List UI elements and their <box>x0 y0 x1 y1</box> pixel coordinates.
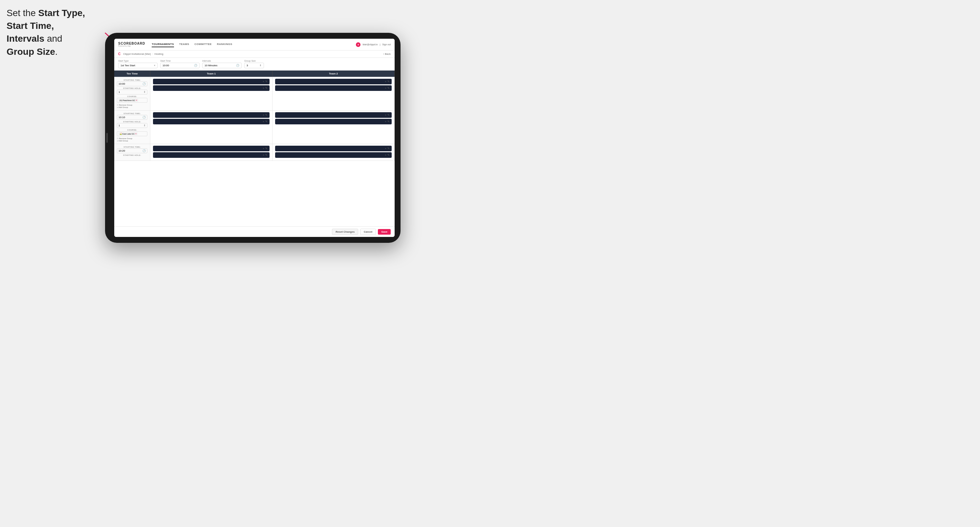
instruction-text: Set the Start Type, Start Time, Interval… <box>6 6 102 58</box>
player-x-btn[interactable]: × <box>385 147 387 150</box>
starting-hole-label-3: STARTING HOLE: <box>117 154 147 156</box>
player-x-btn[interactable]: × <box>262 80 264 83</box>
reset-changes-button[interactable]: Reset Changes <box>332 229 358 235</box>
starting-hole-input-2[interactable]: 1 ⬍ <box>117 123 147 128</box>
nav-user: B blair@clippd.io | Sign out <box>356 42 391 47</box>
nav-tab-rankings[interactable]: RANKINGS <box>217 42 232 47</box>
player-x-btn[interactable]: × <box>262 114 264 116</box>
starting-time-label-1: STARTING TIME: <box>117 79 147 81</box>
player-edit-btn[interactable]: ✎ <box>265 80 267 83</box>
instruction-line3-normal: and <box>45 33 62 44</box>
player-x-btn[interactable]: × <box>385 120 387 123</box>
instruction-line3-bold: Intervals <box>6 33 45 44</box>
player-x-btn[interactable]: × <box>262 147 264 150</box>
course-tag-text-1: (A) Peachtree GC <box>119 99 135 102</box>
controls-row: Start Type 1st Tee Start ▾ Start Time 10… <box>114 58 395 71</box>
nav-tab-tournaments[interactable]: TOURNAMENTS <box>152 42 174 47</box>
nav-separator: | <box>380 43 380 46</box>
instruction-line4-suffix: . <box>55 47 58 57</box>
player-controls: × ✎ <box>262 87 267 90</box>
player-edit-btn[interactable]: ✎ <box>387 147 390 150</box>
group-left-1: STARTING TIME: 10:00 🕐 STARTING HOLE: 1 … <box>114 77 150 110</box>
player-row: × ✎ <box>275 79 392 84</box>
player-controls: × ✎ <box>385 80 390 83</box>
start-time-label: Start Time <box>160 60 200 62</box>
player-edit-btn[interactable]: ✎ <box>387 154 390 157</box>
add-group-2[interactable]: + Add Group <box>117 140 147 142</box>
player-x-btn[interactable]: × <box>262 87 264 90</box>
player-row: × ✎ <box>153 152 270 158</box>
group-size-value: 3 <box>247 64 248 67</box>
nav-bar: SCOREBOARD Powered by clipp TOURNAMENTS … <box>114 39 395 51</box>
cancel-button[interactable]: Cancel <box>360 229 376 235</box>
player-x-btn[interactable]: × <box>385 87 387 90</box>
start-type-label: Start Type <box>118 60 158 62</box>
back-button[interactable]: Back <box>383 52 391 56</box>
player-edit-btn[interactable]: ✎ <box>265 114 267 116</box>
group-size-select[interactable]: 3 ⬍ <box>244 63 264 68</box>
start-time-value: 10:00 <box>162 64 169 67</box>
remove-group-1[interactable]: ○ Remove Group <box>117 104 147 106</box>
player-edit-btn[interactable]: ✎ <box>387 87 390 90</box>
course-tag-1: (A) Peachtree GC × <box>119 99 138 102</box>
player-controls: × ✎ <box>262 120 267 123</box>
start-time-select[interactable]: 10:00 🕐 <box>160 63 200 68</box>
starting-time-input-1[interactable]: 10:00 🕐 <box>117 81 147 86</box>
th-tee-time: Tee Time <box>114 71 150 77</box>
player-row: × ✎ <box>275 85 392 91</box>
player-controls: × ✎ <box>385 120 390 123</box>
player-edit-btn[interactable]: ✎ <box>265 120 267 123</box>
intervals-group: Intervals 10 Minutes 🕐 <box>202 60 242 68</box>
player-x-btn[interactable]: × <box>262 154 264 157</box>
start-type-group: Start Type 1st Tee Start ▾ <box>118 60 158 68</box>
course-remove-1[interactable]: × <box>136 99 137 102</box>
starting-time-input-2[interactable]: 10:10 🕐 <box>117 115 147 120</box>
main-content[interactable]: STARTING TIME: 10:00 🕐 STARTING HOLE: 1 … <box>114 77 395 226</box>
player-x-btn[interactable]: × <box>385 80 387 83</box>
start-type-chevron: ▾ <box>154 64 155 67</box>
starting-time-value-3: 10:20 <box>119 149 125 152</box>
add-group-1[interactable]: + Add Group <box>117 106 147 108</box>
sign-out-link[interactable]: Sign out <box>382 43 391 46</box>
player-x-btn[interactable]: × <box>385 154 387 157</box>
team2-cell-2: × ✎ × ✎ <box>272 111 395 144</box>
save-button[interactable]: Save <box>378 229 391 235</box>
player-controls: × ✎ <box>262 154 267 157</box>
breadcrumb-section: Hosting <box>154 52 163 56</box>
starting-time-input-3[interactable]: 10:20 🕐 <box>117 148 147 153</box>
nav-tab-teams[interactable]: TEAMS <box>179 42 189 47</box>
start-type-select[interactable]: 1st Tee Start ▾ <box>118 63 158 68</box>
clock-icon: 🕐 <box>194 64 197 67</box>
starting-time-label-3: STARTING TIME: <box>117 146 147 148</box>
player-x-btn[interactable]: × <box>262 120 264 123</box>
player-edit-btn[interactable]: ✎ <box>387 114 390 116</box>
course-remove-2[interactable]: × <box>135 133 137 135</box>
intervals-select[interactable]: 10 Minutes 🕐 <box>202 63 242 68</box>
group-actions-2: ○ Remove Group + Add Group <box>117 137 147 142</box>
player-edit-btn[interactable]: ✎ <box>265 147 267 150</box>
start-time-group: Start Time 10:00 🕐 <box>160 60 200 68</box>
remove-group-2[interactable]: ○ Remove Group <box>117 137 147 140</box>
player-controls: × ✎ <box>385 154 390 157</box>
time-clock-2: 🕐 <box>143 116 146 119</box>
remove-icon-2: ○ <box>117 137 118 140</box>
player-edit-btn[interactable]: ✎ <box>387 80 390 83</box>
course-input-1[interactable]: (A) Peachtree GC × <box>117 98 147 103</box>
starting-hole-input-1[interactable]: 1 ⬍ <box>117 90 147 95</box>
player-edit-btn[interactable]: ✎ <box>265 87 267 90</box>
breadcrumb-tournament[interactable]: Clippd Invitational (Mar) <box>123 52 151 56</box>
intervals-label: Intervals <box>202 60 242 62</box>
player-edit-btn[interactable]: ✎ <box>265 154 267 157</box>
nav-tab-committee[interactable]: COMMITTEE <box>194 42 212 47</box>
tablet-frame: SCOREBOARD Powered by clipp TOURNAMENTS … <box>105 33 401 243</box>
course-tag-text-2: ⛳ East Lake GC <box>119 133 135 135</box>
remove-icon-1: ○ <box>117 104 118 106</box>
player-edit-btn[interactable]: ✎ <box>387 120 390 123</box>
breadcrumb: C Clippd Invitational (Mar) › Hosting <box>118 52 164 56</box>
player-x-btn[interactable]: × <box>385 114 387 116</box>
user-email: blair@clippd.io <box>363 43 377 46</box>
course-label-1: COURSE: <box>117 95 147 97</box>
footer-bar: Reset Changes Cancel Save <box>114 226 395 237</box>
course-input-2[interactable]: ⛳ East Lake GC × <box>117 131 147 136</box>
table-row: STARTING TIME: 10:00 🕐 STARTING HOLE: 1 … <box>114 77 395 111</box>
